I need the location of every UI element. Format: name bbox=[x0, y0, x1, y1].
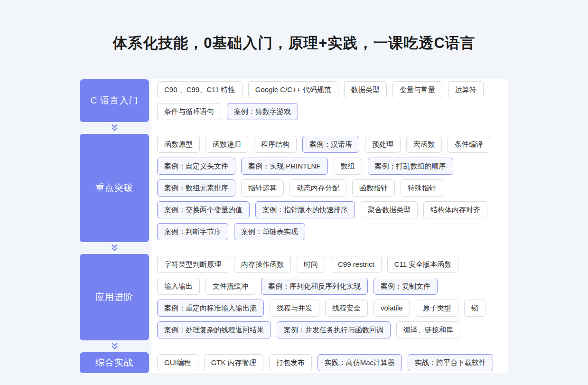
topic-chip: 输入输出 bbox=[157, 278, 200, 295]
case-chip: 案例：复制文件 bbox=[373, 278, 438, 295]
case-chip: 实战：跨平台下载软件 bbox=[408, 354, 493, 371]
case-chip: 案例：序列化和反序列化实现 bbox=[261, 278, 368, 295]
section: 重点突破函数原型函数递归程序结构案例：汉诺塔预处理宏函数条件编译案例：自定义头文… bbox=[80, 134, 508, 242]
section-chips: 函数原型函数递归程序结构案例：汉诺塔预处理宏函数条件编译案例：自定义头文件案例：… bbox=[151, 134, 508, 242]
topic-chip: GUI编程 bbox=[157, 354, 198, 371]
topic-chip: 指针运算 bbox=[241, 179, 284, 197]
topic-chip: 原子类型 bbox=[416, 300, 458, 317]
topic-chip: 编译、链接和库 bbox=[396, 321, 460, 338]
section-connector bbox=[80, 242, 149, 254]
case-chip: 案例：并发任务执行与函数回调 bbox=[277, 321, 391, 338]
topic-chip: 线程与并发 bbox=[270, 300, 319, 317]
case-chip: 案例：指针版本的快速排序 bbox=[255, 201, 355, 218]
curriculum-board: C 语言入门C90 、C99、C11 特性Google C/C++ 代码规范数据… bbox=[80, 79, 508, 373]
topic-chip: 程序结构 bbox=[254, 136, 297, 153]
topic-chip: C90 、C99、C11 特性 bbox=[157, 81, 243, 98]
section: 综合实战GUI编程GTK 内存管理打包发布实践：高仿Mac计算器实战：跨平台下载… bbox=[80, 352, 508, 373]
section-label: 应用进阶 bbox=[80, 254, 149, 340]
topic-chip: 线程安全 bbox=[325, 300, 368, 317]
section: 应用进阶字符类型判断原理内存操作函数时间C99 restrictC11 安全版本… bbox=[80, 254, 508, 340]
topic-chip: 锁 bbox=[464, 300, 485, 317]
case-chip: 案例：汉诺塔 bbox=[302, 136, 359, 153]
double-chevron-down-icon bbox=[110, 342, 119, 350]
topic-chip: 数组 bbox=[334, 158, 362, 175]
case-chip: 案例：处理复杂的线程返回结果 bbox=[157, 321, 271, 338]
topic-chip: C11 安全版本函数 bbox=[387, 256, 459, 273]
topic-chip: 宏函数 bbox=[406, 136, 442, 153]
topic-chip: 结构体内存对齐 bbox=[423, 201, 487, 218]
topic-chip: 数据类型 bbox=[344, 81, 387, 98]
section-connector bbox=[80, 122, 149, 134]
topic-chip: 特殊指针 bbox=[401, 179, 443, 197]
topic-chip: 预处理 bbox=[365, 136, 401, 153]
topic-chip: 聚合数据类型 bbox=[361, 201, 418, 218]
topic-chip: 函数原型 bbox=[157, 136, 200, 153]
section-chips: 字符类型判断原理内存操作函数时间C99 restrictC11 安全版本函数输入… bbox=[151, 254, 508, 340]
double-chevron-down-icon bbox=[110, 124, 119, 132]
topic-chip: 打包发布 bbox=[269, 354, 312, 371]
page-title: 体系化技能，0基础入门，原理+实践，一课吃透C语言 bbox=[0, 33, 588, 53]
case-chip: 案例：交换两个变量的值 bbox=[157, 201, 250, 218]
case-chip: 案例：判断字节序 bbox=[157, 223, 228, 240]
case-chip: 实践：高仿Mac计算器 bbox=[317, 354, 402, 371]
topic-chip: GTK 内存管理 bbox=[204, 354, 263, 371]
topic-chip: 变量与常量 bbox=[392, 81, 442, 98]
topic-chip: 内存操作函数 bbox=[234, 256, 291, 273]
topic-chip: 字符类型判断原理 bbox=[157, 256, 228, 273]
double-chevron-down-icon bbox=[110, 244, 119, 252]
section-chips: C90 、C99、C11 特性Google C/C++ 代码规范数据类型变量与常… bbox=[151, 79, 508, 122]
topic-chip: 条件与循环语句 bbox=[157, 103, 221, 120]
topic-chip: 动态内存分配 bbox=[289, 179, 346, 197]
case-chip: 案例：数组元素排序 bbox=[157, 179, 235, 197]
section-label: 综合实战 bbox=[80, 352, 149, 373]
topic-chip: Google C/C++ 代码规范 bbox=[248, 81, 338, 98]
section-label: C 语言入门 bbox=[80, 79, 149, 122]
topic-chip: C99 restrict bbox=[331, 256, 382, 273]
case-chip: 案例：猜数字游戏 bbox=[227, 103, 298, 120]
topic-chip: 函数指针 bbox=[352, 179, 395, 197]
topic-chip: 函数递归 bbox=[205, 136, 248, 153]
case-chip: 案例：单链表实现 bbox=[234, 223, 305, 240]
case-chip: 案例：实现 PRINTLNF bbox=[241, 158, 328, 175]
topic-chip: 条件编译 bbox=[448, 136, 490, 153]
section-connector bbox=[80, 340, 149, 352]
topic-chip: 文件流缓冲 bbox=[205, 278, 255, 295]
section-chips: GUI编程GTK 内存管理打包发布实践：高仿Mac计算器实战：跨平台下载软件 bbox=[151, 352, 508, 373]
topic-chip: 运算符 bbox=[448, 81, 484, 98]
case-chip: 案例：重定向标准输入输出流 bbox=[157, 300, 264, 317]
topic-chip: volatile bbox=[373, 300, 410, 317]
topic-chip: 时间 bbox=[297, 256, 325, 273]
section-label: 重点突破 bbox=[80, 134, 149, 242]
case-chip: 案例：打乱数组的顺序 bbox=[368, 158, 453, 175]
section: C 语言入门C90 、C99、C11 特性Google C/C++ 代码规范数据… bbox=[80, 79, 508, 122]
case-chip: 案例：自定义头文件 bbox=[157, 158, 235, 175]
